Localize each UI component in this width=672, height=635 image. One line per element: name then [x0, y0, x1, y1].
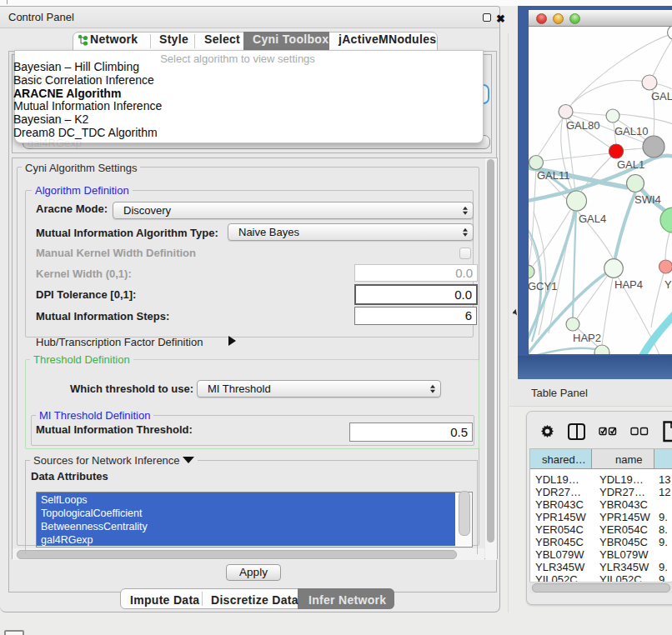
svg-text:GAL2: GAL2: [651, 90, 672, 102]
svg-text:GCY1: GCY1: [529, 280, 557, 292]
svg-text:GAL1: GAL1: [617, 158, 644, 171]
svg-text:GAL4: GAL4: [579, 212, 606, 225]
svg-text:GAL80: GAL80: [566, 119, 599, 132]
svg-text:HAP4: HAP4: [614, 278, 643, 291]
svg-text:HAP2: HAP2: [573, 332, 601, 344]
svg-text:GAL10: GAL10: [614, 125, 648, 138]
svg-text:SWI4: SWI4: [634, 193, 661, 206]
svg-text:GAL11: GAL11: [537, 169, 570, 182]
svg-text:Y: Y: [664, 278, 672, 291]
